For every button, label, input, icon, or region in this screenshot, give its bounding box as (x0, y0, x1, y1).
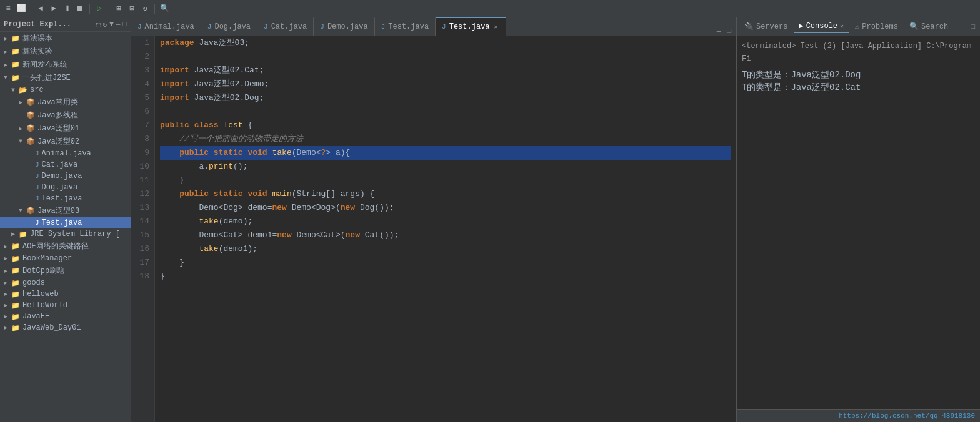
cls: Dog (223, 201, 238, 215)
editor-maximize-btn[interactable]: □ (724, 27, 734, 36)
sidebar-item-bookman[interactable]: ▶ 📁 BookManager (0, 253, 131, 264)
sidebar-item-dog[interactable]: J Dog.java (0, 182, 131, 193)
right-tab-problems[interactable]: ⚠ Problems (850, 21, 903, 32)
sidebar-item-demo[interactable]: J Demo.java (0, 170, 131, 182)
sidebar-item-javafx02[interactable]: ▼ 📦 Java泛型02 (0, 135, 131, 148)
right-minimize-btn[interactable]: — (958, 22, 968, 31)
pause-icon[interactable]: ⏸ (61, 3, 72, 14)
sidebar-item-dotcpp[interactable]: ▶ 📁 DotCpp刷题 (0, 264, 131, 277)
kw2: ? (321, 146, 326, 160)
tab-demo[interactable]: J Demo.java (314, 17, 374, 36)
method: take (199, 215, 218, 228)
servers-icon: 🔌 (744, 22, 754, 31)
code-text: ()); (374, 201, 394, 215)
more-icon[interactable]: ▼ (109, 21, 114, 29)
code-line-7: public class Test { (160, 119, 731, 132)
csdn-link[interactable]: https://blog.csdn.net/qq_43918130 (839, 412, 975, 420)
kw: public (160, 187, 209, 201)
right-maximize-btn[interactable]: □ (968, 22, 978, 31)
tab-animal[interactable]: J Animal.java (131, 17, 201, 36)
ln-9: 9 (136, 146, 149, 160)
folder-icon: 📁 (11, 242, 20, 250)
class-name: Test (223, 119, 242, 132)
right-bottom-link[interactable]: https://blog.csdn.net/qq_43918130 (737, 409, 980, 422)
method: take (199, 242, 218, 256)
sidebar-item-helloweb[interactable]: ▶ 📁 helloweb (0, 288, 131, 300)
sidebar-item-cat[interactable]: J Cat.java (0, 159, 131, 170)
tab-close-icon[interactable]: ✕ (493, 22, 499, 31)
sidebar-item-test02[interactable]: J Test.java (0, 193, 131, 204)
item-label: Animal.java (42, 149, 91, 158)
java-icon: J (35, 161, 39, 169)
item-label: Test.java (42, 218, 82, 227)
arrow-icon: ▶ (11, 230, 19, 238)
arrow-icon: ▼ (11, 87, 19, 94)
sidebar-item-goods[interactable]: ▶ 📁 goods (0, 277, 131, 288)
code-text (287, 201, 292, 215)
kw: package (160, 36, 194, 50)
item-label: src (30, 86, 44, 94)
editor-toolbar-right: — □ (712, 27, 736, 36)
tab-cat[interactable]: J Cat.java (258, 17, 314, 36)
right-tab-search[interactable]: 🔍 Search (904, 21, 953, 32)
editor-minimize-btn[interactable]: — (714, 27, 724, 36)
stop-icon[interactable]: ⏹ (74, 3, 86, 14)
code-text (160, 215, 199, 228)
menu-icon[interactable]: ≡ (2, 3, 14, 14)
minimize-sidebar-icon[interactable]: — (116, 21, 121, 29)
window-icon[interactable]: ⬜ (16, 3, 27, 14)
cls: Dog (360, 201, 374, 215)
console-line1: T的类型是：Java泛型02.Dog (742, 69, 975, 81)
sidebar-item-aoe[interactable]: ▶ 📁 AOE网络的关键路径 (0, 240, 131, 253)
right-tab-console[interactable]: ▶ Console ✕ (794, 20, 849, 33)
back-icon[interactable]: ◀ (35, 3, 46, 14)
sidebar-item-animal[interactable]: J Animal.java (0, 148, 131, 159)
ln-12: 12 (136, 187, 149, 201)
ln-17: 17 (136, 256, 149, 270)
tab-java-icon: J (138, 23, 142, 31)
sidebar-item-javachangyong[interactable]: ▶ 📦 Java常用类 (0, 96, 131, 109)
sidebar-item-xwfb[interactable]: ▶ 📁 新闻发布系统 (0, 58, 131, 71)
sep3 (109, 4, 109, 14)
arrow-icon: ▶ (4, 255, 11, 262)
tab-dog[interactable]: J Dog.java (201, 17, 258, 36)
sidebar-item-jresys[interactable]: ▶ 📁 JRE System Library [ (0, 228, 131, 240)
sidebar-item-javaweb[interactable]: ▶ 📁 JavaWeb_Day01 (0, 322, 131, 333)
console-close-icon[interactable]: ✕ (840, 22, 844, 30)
sidebar-item-javafx03[interactable]: ▼ 📦 Java泛型03 (0, 204, 131, 217)
maximize-sidebar-icon[interactable]: □ (122, 21, 127, 29)
code-text: < (311, 201, 316, 215)
sidebar-item-javaduo[interactable]: 📦 Java多线程 (0, 109, 131, 122)
sidebar-item-javafx01[interactable]: ▶ 📦 Java泛型01 (0, 122, 131, 135)
item-label: JavaEE (22, 312, 49, 321)
refresh-icon[interactable]: ↻ (139, 3, 151, 14)
sidebar-item-sfsj[interactable]: ▶ 📁 算法课本 (0, 32, 131, 45)
run-icon[interactable]: ▷ (94, 3, 105, 14)
sync-icon[interactable]: ↻ (103, 21, 108, 29)
right-tab-servers[interactable]: 🔌 Servers (739, 21, 792, 32)
item-label: HelloWorld (22, 301, 68, 310)
item-label: Java多线程 (38, 110, 78, 120)
code-text: Java泛型03; (194, 36, 249, 50)
sidebar-item-sfsysj[interactable]: ▶ 📁 算法实验 (0, 45, 131, 58)
console-terminated: <terminated> Test (2) [Java Application]… (742, 40, 975, 65)
sidebar-item-j2se[interactable]: ▼ 📁 一头扎进J2SE (0, 71, 131, 84)
tab-java-icon: J (320, 23, 324, 31)
sidebar-item-helloworld[interactable]: ▶ 📁 HelloWorld (0, 300, 131, 311)
tab-test-active[interactable]: J Test.java ✕ (436, 17, 506, 36)
sidebar-item-test03[interactable]: J Test.java (0, 217, 131, 228)
code-text: < (316, 228, 321, 242)
item-label: 算法实验 (22, 46, 52, 57)
ln-16: 16 (136, 242, 149, 256)
collapse-icon[interactable]: ⬚ (96, 21, 101, 29)
clean-icon[interactable]: ⊟ (126, 3, 138, 14)
sidebar-item-javaee[interactable]: ▶ 📁 JavaEE (0, 311, 131, 322)
sidebar-item-src[interactable]: ▼ 📂 src (0, 84, 131, 96)
line-numbers: 1 2 3 4 5 6 7 8 9 10 11 12 13 14 15 16 1 (131, 36, 155, 422)
build-icon[interactable]: ⊞ (113, 3, 124, 14)
search-toolbar-icon[interactable]: 🔍 (159, 3, 170, 14)
tab-test-inactive[interactable]: J Test.java (375, 17, 436, 36)
forward-icon[interactable]: ▶ (48, 3, 59, 14)
code-editor[interactable]: 1 2 3 4 5 6 7 8 9 10 11 12 13 14 15 16 1 (131, 36, 736, 422)
item-label: Java泛型03 (38, 205, 79, 216)
